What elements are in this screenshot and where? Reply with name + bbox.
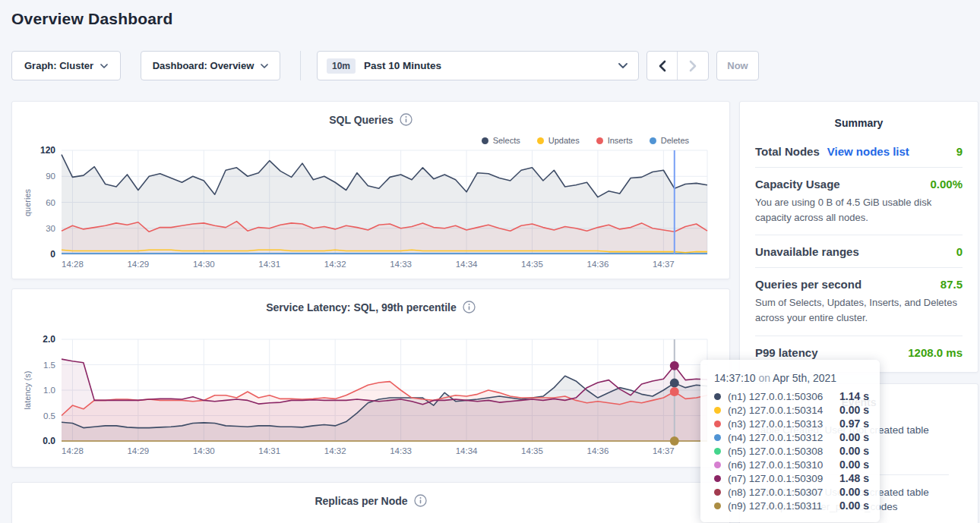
node-color-dot [714, 503, 721, 509]
chart-title-replicas-per-node: Replicas per Node [315, 495, 407, 507]
svg-text:90: 90 [46, 172, 55, 181]
summary-row-label: Capacity Usage [755, 178, 840, 191]
tooltip-row: (n3) 127.0.0.1:503130.97 s [714, 417, 869, 430]
svg-text:14:36: 14:36 [587, 260, 609, 269]
chevron-down-icon [618, 63, 628, 68]
summary-row: Queries per second87.5Sum of Selects, Up… [755, 267, 963, 335]
tooltip-node-value: 0.00 s [839, 404, 869, 416]
svg-text:14:37: 14:37 [653, 260, 675, 269]
tooltip-node-value: 1.14 s [839, 390, 869, 402]
dashboard-dropdown[interactable]: Dashboard: Overview [141, 51, 280, 80]
tooltip-node-address: (n8) 127.0.0.1:50307 [728, 487, 839, 498]
chart-hover-tooltip: 14:37:10 on Apr 5th, 2021 (n1) 127.0.0.1… [700, 360, 880, 522]
tooltip-row: (n9) 127.0.0.1:503110.00 s [714, 499, 869, 512]
svg-text:0.5: 0.5 [43, 411, 55, 421]
svg-text:30: 30 [46, 224, 55, 233]
summary-row-value: 1208.0 ms [908, 346, 963, 359]
tooltip-row: (n5) 127.0.0.1:503080.00 s [714, 444, 869, 458]
tooltip-timestamp: 14:37:10 on Apr 5th, 2021 [714, 372, 869, 384]
tooltip-node-address: (n5) 127.0.0.1:50308 [728, 446, 839, 457]
time-range-badge: 10m [327, 58, 356, 74]
summary-row: Total NodesView nodes list9 [755, 135, 963, 167]
replicas-per-node-card: Replicas per Node [11, 482, 730, 523]
tooltip-node-value: 0.97 s [839, 417, 869, 430]
svg-text:queries: queries [23, 188, 32, 216]
svg-text:14:34: 14:34 [456, 446, 478, 455]
dashboard-dropdown-label: Dashboard: Overview [153, 60, 254, 71]
summary-row-label: Unavailable ranges [755, 245, 859, 258]
service-latency-chart[interactable]: 0.00.51.01.52.014:2814:2914:3014:3114:32… [12, 289, 731, 468]
svg-text:14:37: 14:37 [653, 446, 675, 455]
node-color-dot [714, 407, 721, 414]
svg-text:14:34: 14:34 [456, 260, 478, 269]
tooltip-node-value: 0.00 s [839, 445, 869, 457]
svg-text:120: 120 [40, 145, 55, 156]
chevron-down-icon [100, 64, 108, 68]
tooltip-node-address: (n7) 127.0.0.1:50309 [728, 473, 839, 484]
tooltip-node-address: (n1) 127.0.0.1:50306 [728, 391, 839, 402]
next-range-button[interactable] [678, 52, 708, 80]
svg-text:14:33: 14:33 [390, 260, 412, 269]
svg-text:0: 0 [50, 249, 55, 260]
svg-text:14:28: 14:28 [62, 260, 84, 269]
node-color-dot [714, 489, 721, 496]
time-range-label: Past 10 Minutes [364, 60, 441, 71]
svg-text:14:33: 14:33 [390, 446, 412, 455]
tooltip-node-address: (n4) 127.0.0.1:50312 [728, 432, 839, 443]
svg-text:14:31: 14:31 [258, 260, 280, 269]
previous-range-button[interactable] [647, 52, 678, 80]
svg-text:14:36: 14:36 [587, 446, 609, 455]
summary-row-label: P99 latency [755, 346, 818, 359]
svg-text:14:32: 14:32 [324, 260, 346, 269]
tooltip-node-address: (n3) 127.0.0.1:50313 [728, 418, 839, 430]
sql-queries-chart[interactable]: 030609012014:2814:2914:3014:3114:3214:33… [12, 102, 731, 280]
summary-panel: Summary Total NodesView nodes list9Capac… [739, 101, 978, 373]
graph-dropdown[interactable]: Graph: Cluster [11, 51, 121, 80]
svg-text:14:35: 14:35 [521, 260, 543, 269]
svg-text:14:29: 14:29 [127, 260, 149, 269]
svg-text:0.0: 0.0 [43, 436, 55, 446]
summary-title: Summary [740, 102, 978, 129]
sql-queries-card: SQL Queries SelectsUpdatesInsertsDeletes… [11, 101, 730, 279]
tooltip-node-address: (n9) 127.0.0.1:50311 [728, 500, 839, 512]
summary-row-value: 9 [956, 145, 963, 158]
tooltip-node-value: 0.00 s [839, 486, 869, 498]
service-latency-card: Service Latency: SQL, 99th percentile 0.… [11, 288, 730, 468]
chevron-down-icon [261, 64, 268, 68]
summary-row-label: Queries per second [755, 278, 861, 291]
view-nodes-list-link[interactable]: View nodes list [827, 145, 909, 158]
tooltip-row: (n8) 127.0.0.1:503070.00 s [714, 485, 869, 499]
graph-dropdown-label: Graph: Cluster [24, 60, 93, 71]
tooltip-node-address: (n2) 127.0.0.1:50314 [728, 405, 839, 416]
tooltip-node-value: 0.00 s [839, 458, 869, 471]
summary-row-description: Sum of Selects, Updates, Inserts, and De… [755, 295, 963, 326]
tooltip-node-value: 0.00 s [839, 499, 869, 512]
tooltip-row: (n7) 127.0.0.1:503091.48 s [714, 471, 869, 485]
time-nav-group [646, 51, 709, 80]
info-icon[interactable] [414, 494, 427, 507]
tooltip-node-address: (n6) 127.0.0.1:50310 [728, 459, 839, 471]
tooltip-row: (n6) 127.0.0.1:503100.00 s [714, 458, 869, 471]
node-color-dot [714, 475, 721, 482]
overview-dashboard-page: Overview Dashboard Graph: Cluster Dashbo… [0, 0, 980, 523]
svg-text:latency (s): latency (s) [23, 371, 32, 410]
svg-text:14:28: 14:28 [62, 446, 84, 455]
tooltip-node-value: 0.00 s [839, 431, 869, 443]
now-button[interactable]: Now [716, 51, 759, 80]
page-title: Overview Dashboard [11, 10, 173, 28]
svg-text:1.5: 1.5 [43, 361, 55, 370]
tooltip-row: (n2) 127.0.0.1:503140.00 s [714, 403, 869, 417]
summary-row: Capacity Usage0.00%You are using 0 B of … [755, 167, 963, 235]
svg-text:14:30: 14:30 [193, 260, 215, 269]
node-color-dot [714, 462, 721, 468]
time-range-selector[interactable]: 10m Past 10 Minutes [317, 51, 639, 80]
summary-row-value: 0.00% [930, 178, 963, 191]
summary-row: Unavailable ranges0 [755, 235, 963, 267]
svg-text:14:35: 14:35 [521, 446, 543, 455]
summary-row-label: Total Nodes [755, 145, 820, 158]
node-color-dot [714, 421, 721, 427]
dashboard-controls: Graph: Cluster Dashboard: Overview 10m P… [11, 51, 759, 80]
svg-text:1.0: 1.0 [43, 386, 55, 395]
controls-divider [300, 51, 301, 80]
svg-text:14:29: 14:29 [127, 446, 149, 455]
